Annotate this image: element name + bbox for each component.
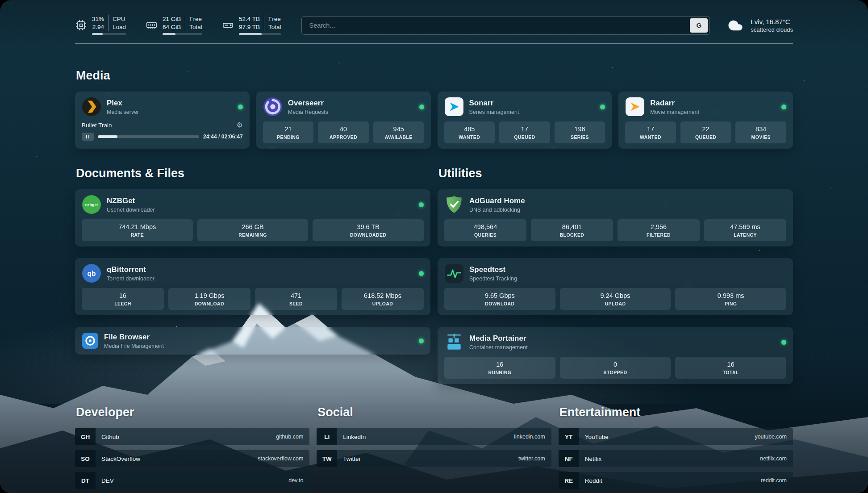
status-dot	[419, 202, 424, 207]
bookmark-group-entertainment: Entertainment YT YouTube youtube.com NF …	[559, 405, 793, 493]
app-subtitle: Media server	[107, 109, 139, 115]
status-dot	[238, 104, 243, 109]
snow-specks	[0, 0, 1, 1]
disk-total-label: Total	[264, 23, 281, 31]
stat-wanted: 17WANTED	[625, 121, 676, 143]
bookmark-domain: netflix.com	[760, 455, 793, 462]
documents-section-title: Documents & Files	[76, 167, 430, 180]
app-subtitle: Container management	[469, 344, 528, 351]
app-card-sonarr[interactable]: Sonarr Series management 485WANTED 17QUE…	[438, 92, 612, 149]
app-card-radarr[interactable]: Radarr Movie management 17WANTED 22QUEUE…	[618, 92, 793, 149]
google-search-button[interactable]: G	[690, 18, 708, 33]
app-card-speedtest[interactable]: Speedtest Speedtest Tracking 9.65 GbpsDO…	[438, 258, 793, 315]
memory-total-value: 64 GiB	[163, 23, 185, 31]
memory-total-label: Total	[185, 23, 202, 31]
app-name: qBittorrent	[107, 265, 154, 274]
stat-ping: 0.993 msPING	[675, 288, 786, 310]
stat-blocked: 86,401BLOCKED	[531, 219, 613, 241]
disk-free-label: Free	[264, 15, 281, 23]
cloud-icon	[726, 18, 745, 33]
stat-seed: 471SEED	[255, 288, 337, 310]
bookmark-domain: twitter.com	[518, 455, 551, 462]
status-dot	[600, 104, 605, 109]
cpu-icon	[75, 19, 87, 31]
search-input[interactable]	[301, 16, 710, 35]
app-card-adguard[interactable]: AdGuard Home DNS and adblocking 498,564Q…	[438, 189, 793, 246]
bookmark-domain: github.com	[276, 434, 309, 440]
bookmark-abbr: LI	[317, 428, 337, 445]
weather-widget: Lviv, 16.87°C scattered clouds	[726, 18, 793, 33]
stat-stopped: 0STOPPED	[560, 357, 671, 379]
app-name: AdGuard Home	[469, 196, 525, 205]
bookmark-name: DEV	[96, 477, 114, 484]
app-card-qbittorrent[interactable]: qb qBittorrent Torrent downloader 16LEEC…	[75, 258, 430, 315]
stat-rate: 744.21 MbpsRATE	[82, 219, 193, 241]
gear-icon[interactable]: ⚙	[236, 121, 242, 129]
app-card-plex[interactable]: Plex Media server Bullet Train ⚙ 24:44 /…	[75, 92, 250, 149]
nzbget-icon: nzbget	[82, 195, 101, 214]
bookmark-row-twitter[interactable]: TW Twitter twitter.com	[317, 450, 551, 467]
filebrowser-icon	[82, 332, 99, 349]
disk-icon	[222, 19, 234, 31]
status-dot	[419, 104, 424, 109]
app-card-overseerr[interactable]: Overseerr Media Requests 21PENDING 40APP…	[256, 92, 431, 149]
entertainment-section-title: Entertainment	[559, 405, 793, 419]
bookmark-row-stackoverflow[interactable]: SO StackOverflow stackoverflow.com	[75, 450, 309, 467]
speedtest-icon	[444, 263, 464, 283]
bookmark-group-developer: Developer GH Github github.com SO StackO…	[75, 405, 309, 493]
social-section-title: Social	[317, 405, 551, 419]
cpu-widget: 31% CPU 2.94 Load	[75, 15, 126, 35]
bookmark-domain: youtube.com	[755, 434, 793, 440]
adguard-icon	[444, 195, 464, 214]
playback-time: 24:44 / 02:06:47	[203, 134, 243, 140]
stat-available: 945AVAILABLE	[373, 121, 424, 143]
app-card-nzbget[interactable]: nzbget NZBGet Usenet downloader 744.21 M…	[75, 189, 430, 246]
app-subtitle: Torrent downloader	[107, 276, 154, 282]
overseerr-icon	[263, 97, 283, 117]
app-subtitle: Usenet downloader	[107, 207, 155, 213]
app-subtitle: Movie management	[650, 109, 699, 115]
app-card-filebrowser[interactable]: File Browser Media File Management	[75, 327, 430, 355]
app-name: Radarr	[650, 99, 699, 108]
bookmark-row-reddit[interactable]: RE Reddit reddit.com	[559, 472, 793, 489]
bookmark-name: Netflix	[579, 455, 602, 462]
bookmark-row-dev[interactable]: DT DEV dev.to	[75, 472, 309, 489]
disk-progress-bar	[239, 33, 281, 35]
bookmark-row-linkedin[interactable]: LI LinkedIn linkedin.com	[317, 428, 551, 445]
bookmark-group-social: Social LI LinkedIn linkedin.com TW Twitt…	[317, 405, 551, 493]
playback-progress-bar[interactable]	[98, 135, 199, 138]
stat-downloaded: 39.6 TBDOWNLOADED	[313, 219, 424, 241]
dashboard-screen: 31% CPU 2.94 Load	[0, 0, 868, 493]
app-subtitle: Series management	[469, 109, 519, 115]
cpu-usage-value: 31%	[92, 15, 108, 23]
app-subtitle: Speedtest Tracking	[469, 276, 517, 282]
cpu-load-value: 2.94	[92, 23, 108, 31]
utilities-section-title: Utilities	[438, 167, 793, 180]
bookmark-domain: linkedin.com	[514, 434, 551, 440]
app-name: Speedtest	[469, 265, 517, 274]
resource-widgets: 31% CPU 2.94 Load	[75, 15, 281, 35]
bookmark-name: Reddit	[579, 477, 602, 484]
stat-pending: 21PENDING	[263, 121, 314, 143]
app-subtitle: Media Requests	[288, 109, 328, 115]
stat-leech: 16LEECH	[82, 288, 164, 310]
app-subtitle: DNS and adblocking	[469, 207, 525, 213]
app-card-portainer[interactable]: Media Portainer Container management 16R…	[438, 327, 793, 384]
stat-remaining: 266 GBREMAINING	[197, 219, 309, 241]
stat-movies: 834MOVIES	[735, 121, 786, 143]
bookmark-domain: dev.to	[288, 477, 309, 484]
stat-upload: 618.52 MbpsUPLOAD	[342, 288, 424, 310]
app-name: Media Portainer	[469, 334, 528, 343]
stat-running: 16RUNNING	[444, 357, 555, 379]
bookmark-row-github[interactable]: GH Github github.com	[75, 428, 309, 445]
media-section-title: Media	[76, 69, 793, 83]
status-dot	[781, 340, 786, 345]
stat-total: 16TOTAL	[675, 357, 786, 379]
bookmark-name: Twitter	[337, 455, 361, 462]
bookmark-row-netflix[interactable]: NF Netflix netflix.com	[559, 450, 793, 467]
bookmark-row-youtube[interactable]: YT YouTube youtube.com	[559, 428, 793, 445]
stat-queued: 17QUEUED	[499, 121, 550, 143]
pause-button[interactable]	[82, 133, 94, 141]
app-name: File Browser	[104, 333, 164, 342]
bookmark-abbr: DT	[75, 472, 96, 489]
